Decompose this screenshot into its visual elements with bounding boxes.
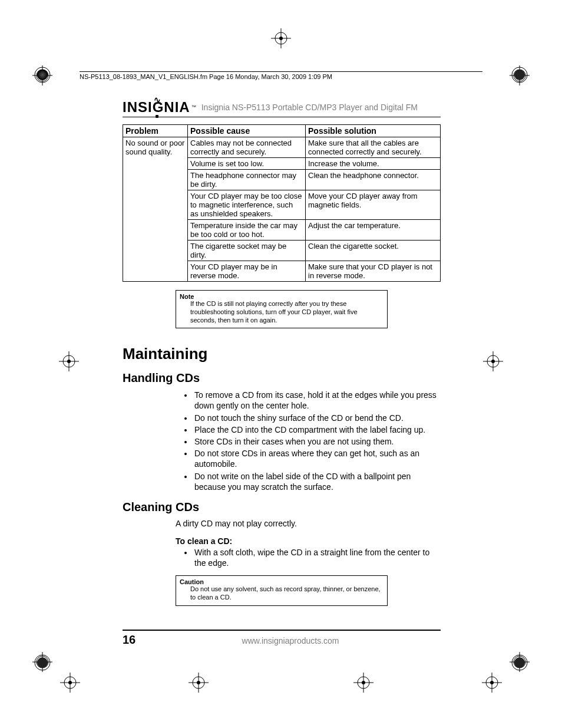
registration-blob-icon: [34, 66, 51, 84]
note-box: Note If the CD is still not playing corr…: [176, 290, 388, 328]
svg-point-48: [514, 70, 525, 80]
page-content: INSI∿GNIA™ Insignia NS-P5113 Portable CD…: [123, 100, 441, 606]
solution-cell: Make sure that your CD player is not in …: [306, 261, 441, 282]
cleaning-intro: A dirty CD may not play correctly.: [123, 519, 441, 528]
list-item: Place the CD into the CD compartment wit…: [193, 424, 441, 435]
svg-point-43: [279, 37, 283, 40]
framemaker-header: NS-P5113_08-1893_MAN_V1_ENGLISH.fm Page …: [80, 71, 482, 80]
svg-point-46: [37, 70, 48, 80]
cause-cell: The headphone connector may be dirty.: [188, 170, 306, 190]
svg-point-8: [63, 355, 75, 367]
solution-cell: Adjust the car temperature.: [306, 220, 441, 241]
cause-cell: Volume is set too low.: [188, 158, 306, 170]
list-item: With a soft cloth, wipe the CD in a stra…: [193, 547, 441, 568]
svg-point-39: [362, 681, 365, 684]
list-item: Do not touch the shiny surface of the CD…: [193, 413, 441, 423]
cleaning-list: With a soft cloth, wipe the CD in a stra…: [123, 547, 441, 568]
table-header-cause: Possible cause: [188, 125, 306, 137]
list-item: To remove a CD from its case, hold it at…: [193, 390, 441, 411]
crop-mark-icon: [60, 673, 80, 693]
svg-point-11: [67, 360, 71, 363]
solution-cell: Increase the volume.: [306, 158, 441, 170]
cleaning-lead: To clean a CD:: [123, 536, 441, 546]
cause-cell: The cigarette socket may be dirty.: [188, 241, 306, 261]
svg-point-27: [68, 681, 72, 684]
cause-cell: Temperature inside the car may be too co…: [188, 220, 306, 241]
list-item: Do not write on the label side of the CD…: [193, 471, 441, 492]
footer-url: www.insigniaproducts.com: [140, 636, 441, 645]
svg-point-12: [487, 355, 499, 367]
svg-point-32: [193, 677, 204, 689]
solution-cell: Clean the headphone connector.: [306, 170, 441, 190]
svg-point-15: [491, 360, 495, 363]
registration-blob-icon: [511, 66, 528, 84]
svg-point-36: [358, 677, 369, 689]
svg-point-40: [275, 32, 287, 44]
handling-list: To remove a CD from its case, hold it at…: [123, 390, 441, 492]
problem-cell: No sound or poor sound quality.: [123, 137, 188, 282]
heading-handling-cds: Handling CDs: [123, 371, 441, 385]
troubleshooting-table: Problem Possible cause Possible solution…: [123, 124, 441, 282]
table-header-problem: Problem: [123, 125, 188, 137]
svg-point-35: [197, 681, 200, 684]
list-item: Store CDs in their cases when you are no…: [193, 436, 441, 447]
solution-cell: Clean the cigarette socket.: [306, 241, 441, 261]
svg-point-50: [37, 657, 48, 668]
heading-cleaning-cds: Cleaning CDs: [123, 500, 441, 514]
list-item: Do not store CDs in areas where they can…: [193, 448, 441, 469]
brand-logo: INSI∿GNIA™: [123, 100, 197, 114]
heading-maintaining: Maintaining: [123, 345, 441, 363]
cause-cell: Your CD player may be too close to magne…: [188, 190, 306, 220]
registration-blob-icon: [511, 654, 528, 671]
crop-mark-icon: [483, 351, 503, 371]
solution-cell: Make sure that all the cables are connec…: [306, 137, 441, 158]
solution-cell: Move your CD player away from magnetic f…: [306, 190, 441, 220]
svg-point-31: [490, 681, 494, 684]
svg-point-28: [486, 677, 498, 689]
note-title: Note: [180, 293, 384, 300]
header-row: INSI∿GNIA™ Insignia NS-P5113 Portable CD…: [123, 100, 441, 117]
crop-mark-icon: [189, 673, 209, 693]
caution-title: Caution: [180, 578, 384, 585]
table-row: No sound or poor sound quality. Cables m…: [123, 137, 441, 158]
crop-mark-icon: [353, 673, 373, 693]
caution-body: Do not use any solvent, such as record s…: [180, 585, 384, 602]
registration-blob-icon: [34, 654, 51, 671]
svg-point-24: [64, 677, 76, 689]
cause-cell: Cables may not be connected correctly an…: [188, 137, 306, 158]
product-title: Insignia NS-P5113 Portable CD/MP3 Player…: [201, 103, 418, 112]
svg-point-52: [514, 657, 525, 668]
table-header-solution: Possible solution: [306, 125, 441, 137]
crop-mark-icon: [59, 351, 79, 371]
caution-box: Caution Do not use any solvent, such as …: [176, 575, 388, 606]
crop-mark-icon: [271, 28, 291, 48]
note-body: If the CD is still not playing correctly…: [180, 300, 384, 324]
crop-mark-icon: [482, 673, 502, 693]
page-footer: 16 www.insigniaproducts.com: [123, 630, 441, 647]
cause-cell: Your CD player may be in reverse mode.: [188, 261, 306, 282]
